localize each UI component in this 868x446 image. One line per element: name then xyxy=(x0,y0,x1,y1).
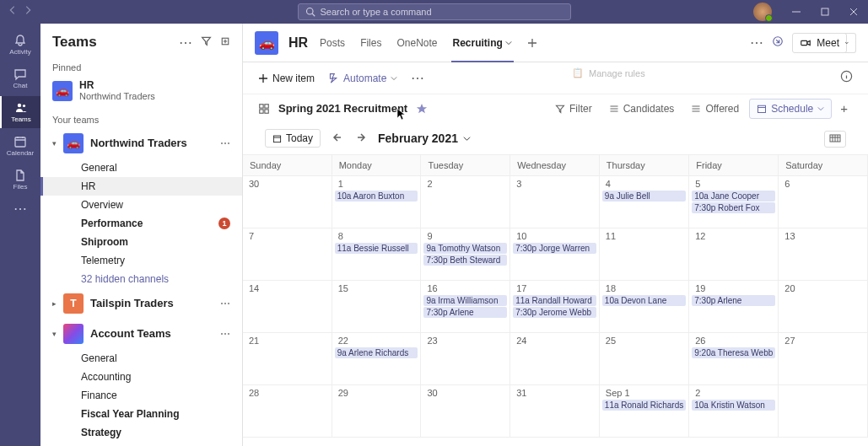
tab-posts[interactable]: Posts xyxy=(318,24,347,62)
channel-item[interactable]: HR xyxy=(40,177,242,196)
rail-files[interactable]: Files xyxy=(0,164,40,196)
calendar-event[interactable]: 7:30p Robert Fox xyxy=(692,202,775,213)
filter-button[interactable]: Filter xyxy=(548,99,599,118)
pinned-team[interactable]: 🚗 HR Northwind Traders xyxy=(40,76,242,111)
add-tab-button[interactable] xyxy=(526,24,539,62)
view-schedule[interactable]: Schedule xyxy=(749,99,832,119)
calendar-day[interactable]: 1810a Devon Lane xyxy=(600,281,689,333)
profile-avatar[interactable] xyxy=(753,3,772,21)
calendar-day[interactable]: 23 xyxy=(421,333,510,385)
team-more-icon[interactable]: ⋯ xyxy=(220,298,230,309)
prev-month-button[interactable] xyxy=(331,129,344,148)
calendar-event[interactable]: 9a Irma Williamson xyxy=(423,295,507,306)
new-item-button[interactable]: New item xyxy=(258,73,315,84)
calendar-day[interactable]: 6 xyxy=(779,176,868,228)
channel-item[interactable]: Overview xyxy=(40,196,242,214)
tab-recruiting[interactable]: Recruiting xyxy=(451,24,515,62)
more-options[interactable]: ⋯ xyxy=(750,35,763,51)
calendar-day[interactable]: 110a Aaron Buxton xyxy=(332,176,422,228)
calendar-event[interactable]: 11a Bessie Russell xyxy=(335,243,418,254)
rail-chat[interactable]: Chat xyxy=(0,62,40,94)
meet-dropdown[interactable]: ⌄ xyxy=(838,33,856,53)
team-northwind[interactable]: ▾ 🚗 Northwind Traders ⋯ xyxy=(40,128,242,159)
calendar-day[interactable]: 269:20a Theresa Webb xyxy=(689,333,779,385)
calendar-day[interactable]: Sep 111a Ronald Richards xyxy=(600,385,689,438)
channel-item[interactable]: Accounting xyxy=(40,368,242,386)
calendar-day[interactable]: 510a Jane Cooper7:30p Robert Fox xyxy=(689,176,779,228)
calendar-event[interactable]: 7:30p Jerome Webb xyxy=(513,307,596,318)
calendar-day[interactable]: 12 xyxy=(689,228,779,281)
calendar-day[interactable]: 27 xyxy=(779,333,868,385)
calendar-day[interactable]: 30 xyxy=(421,385,510,438)
channel-item[interactable]: 6 hidden channels xyxy=(40,442,242,446)
calendar-day[interactable]: 169a Irma Williamson7:30p Arlene xyxy=(421,281,510,333)
rail-more[interactable]: ⋯ xyxy=(13,201,27,217)
calendar-day[interactable]: 1711a Randall Howard7:30p Jerome Webb xyxy=(510,281,600,333)
calendar-event[interactable]: 9:20a Theresa Webb xyxy=(692,347,775,358)
team-account[interactable]: ▾ Account Teams ⋯ xyxy=(40,319,242,349)
month-picker[interactable]: February 2021 xyxy=(378,132,471,145)
next-month-button[interactable] xyxy=(354,129,368,148)
rail-calendar[interactable]: Calendar xyxy=(0,130,40,162)
calendar-event[interactable]: 10a Devon Lane xyxy=(602,295,686,306)
maximize-button[interactable] xyxy=(811,0,839,24)
calendar-day[interactable]: 811a Bessie Russell xyxy=(332,228,422,281)
calendar-event[interactable]: 10a Kristin Watson xyxy=(692,400,775,411)
calendar-day[interactable]: 13 xyxy=(779,228,868,281)
channel-item[interactable]: Performance1 xyxy=(40,214,242,233)
calendar-event[interactable]: 7:30p Beth Steward xyxy=(423,255,507,266)
view-density-button[interactable] xyxy=(824,131,846,148)
channel-item[interactable]: General xyxy=(40,349,242,368)
team-more-icon[interactable]: ⋯ xyxy=(220,328,230,340)
calendar-day[interactable]: 21 xyxy=(243,333,332,385)
calendar-day[interactable]: 15 xyxy=(332,281,422,333)
calendar-day[interactable]: 197:30p Arlene xyxy=(689,281,779,333)
calendar-day[interactable]: 31 xyxy=(510,385,600,438)
calendar-day[interactable]: 20 xyxy=(779,281,868,333)
channel-item[interactable]: Strategy xyxy=(40,423,242,442)
toolbar-more[interactable]: ⋯ xyxy=(411,70,424,86)
calendar-event[interactable]: 10a Jane Cooper xyxy=(692,191,775,202)
forward-button[interactable] xyxy=(22,4,34,19)
channel-item[interactable]: Shiproom xyxy=(40,233,242,251)
calendar-day[interactable] xyxy=(779,385,868,438)
filter-icon[interactable] xyxy=(201,35,212,51)
add-view-button[interactable]: + xyxy=(835,98,853,119)
create-team-icon[interactable] xyxy=(220,35,230,51)
channel-item[interactable]: Finance xyxy=(40,386,242,405)
rail-teams[interactable]: Teams xyxy=(0,96,40,128)
channel-item[interactable]: Telemetry xyxy=(40,251,242,270)
today-button[interactable]: Today xyxy=(265,129,321,148)
calendar-day[interactable]: 2 xyxy=(421,176,510,228)
calendar-event[interactable]: 9a Julie Bell xyxy=(602,191,686,202)
calendar-day[interactable]: 30 xyxy=(243,176,332,228)
channel-item[interactable]: Fiscal Year Planning xyxy=(40,405,242,423)
calendar-day[interactable]: 29 xyxy=(332,385,422,438)
calendar-event[interactable]: 7:30p Jorge Warren xyxy=(513,243,596,254)
calendar-day[interactable]: 28 xyxy=(243,385,332,438)
info-icon[interactable] xyxy=(840,70,853,86)
calendar-event[interactable]: 7:30p Arlene xyxy=(692,295,775,306)
tab-onenote[interactable]: OneNote xyxy=(395,24,439,62)
search-box[interactable]: Search or type a command xyxy=(298,3,571,20)
calendar-day[interactable]: 210a Kristin Watson xyxy=(689,385,779,438)
calendar-day[interactable]: 25 xyxy=(600,333,689,385)
rail-activity[interactable]: Activity xyxy=(0,29,40,61)
calendar-event[interactable]: 10a Aaron Buxton xyxy=(335,191,418,202)
calendar-event[interactable]: 11a Randall Howard xyxy=(513,295,596,306)
team-more-icon[interactable]: ⋯ xyxy=(220,137,230,149)
view-candidates[interactable]: Candidates xyxy=(602,99,682,118)
team-tailspin[interactable]: ▸ T Tailspin Traders ⋯ xyxy=(40,288,242,319)
calendar-event[interactable]: 9a Arlene Richards xyxy=(335,347,418,358)
calendar-day[interactable]: 11 xyxy=(600,228,689,281)
calendar-day[interactable]: 107:30p Jorge Warren xyxy=(510,228,600,281)
calendar-event[interactable]: 9a Tomothy Watson xyxy=(423,243,507,254)
close-button[interactable] xyxy=(839,0,868,24)
channel-item[interactable]: General xyxy=(40,159,242,177)
more-icon[interactable]: ⋯ xyxy=(179,35,192,51)
calendar-day[interactable]: 24 xyxy=(510,333,600,385)
channel-item[interactable]: 32 hidden channels xyxy=(40,270,242,288)
calendar-day[interactable]: 3 xyxy=(510,176,600,228)
calendar-day[interactable]: 7 xyxy=(243,228,332,281)
back-button[interactable] xyxy=(7,4,19,19)
